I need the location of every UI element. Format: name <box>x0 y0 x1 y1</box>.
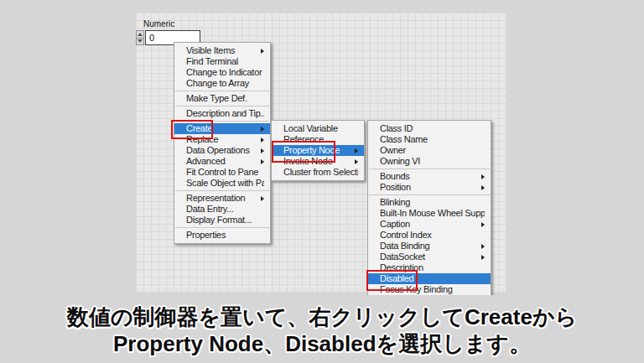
numeric-control-label: Numeric <box>143 19 174 29</box>
submenu-arrow-icon <box>481 255 485 260</box>
menu-item-label: Class Name <box>380 134 485 145</box>
menu-item-label: Visible Items <box>186 45 256 56</box>
menu-item-owner[interactable]: Owner <box>368 145 491 156</box>
submenu-arrow-icon <box>481 185 485 190</box>
menu-item-find-terminal[interactable]: Find Terminal <box>174 56 270 67</box>
menu-item-position[interactable]: Position <box>368 182 491 193</box>
menu-item-label: Scale Object with Pane <box>186 178 264 189</box>
menu-item-label: Display Format... <box>186 215 264 226</box>
menu-item-label: Cluster from Selection <box>283 167 358 178</box>
menu-item-change-to-array[interactable]: Change to Array <box>174 78 270 89</box>
menu-item-bounds[interactable]: Bounds <box>368 171 491 182</box>
menu-item-label: Position <box>380 182 476 193</box>
property-node-submenu-clip: Class IDClass NameOwnerOwning VIBoundsPo… <box>367 120 498 295</box>
menu-item-label: Blinking <box>380 197 485 208</box>
increment-decrement-buttons[interactable] <box>136 30 144 45</box>
menu-item-class-id[interactable]: Class ID <box>368 123 491 134</box>
caption: 数値の制御器を置いて、右クリックしてCreateから Property Node… <box>0 303 644 357</box>
menu-item-label: Change to Indicator <box>186 67 264 78</box>
menu-item-data-entry[interactable]: Data Entry... <box>174 204 270 215</box>
menu-item-data-operations[interactable]: Data Operations <box>174 145 270 156</box>
menu-item-class-name[interactable]: Class Name <box>368 134 491 145</box>
menu-item-label: Local Variable <box>283 123 358 134</box>
caption-line-1: 数値の制御器を置いて、右クリックしてCreateから <box>0 303 644 330</box>
submenu-arrow-icon <box>481 222 485 227</box>
menu-item-label: Control Index <box>380 230 485 241</box>
submenu-arrow-icon <box>261 159 264 164</box>
menu-item-visible-items[interactable]: Visible Items <box>174 45 270 56</box>
submenu-arrow-icon <box>261 49 264 54</box>
menu-item-label: Data Binding <box>380 241 476 252</box>
menu-item-properties[interactable]: Properties <box>174 230 270 241</box>
menu-item-label: Find Terminal <box>186 56 264 67</box>
menu-item-data-binding[interactable]: Data Binding <box>368 241 491 252</box>
menu-item-owning-vi[interactable]: Owning VI <box>368 156 491 167</box>
menu-item-label: Make Type Def. <box>186 93 264 104</box>
menu-separator <box>369 169 490 169</box>
menu-item-control-index[interactable]: Control Index <box>368 230 491 241</box>
submenu-arrow-icon <box>261 148 264 153</box>
property-node-submenu: Class IDClass NameOwnerOwning VIBoundsPo… <box>367 120 491 295</box>
menu-item-cluster-from-selection[interactable]: Cluster from Selection <box>272 167 364 178</box>
menu-item-label: Data Entry... <box>186 204 264 215</box>
menu-item-label: Owner <box>380 145 485 156</box>
menu-separator <box>175 106 269 106</box>
menu-item-caption[interactable]: Caption <box>368 219 491 230</box>
menu-item-label: Data Operations <box>186 145 256 156</box>
submenu-arrow-icon <box>481 174 485 179</box>
menu-item-blinking[interactable]: Blinking <box>368 197 491 208</box>
menu-item-fit-control-to-pane[interactable]: Fit Control to Pane <box>174 167 270 178</box>
submenu-arrow-icon <box>481 244 485 249</box>
menu-item-label: Fit Control to Pane <box>186 167 264 178</box>
menu-item-label: Owning VI <box>380 156 485 167</box>
menu-item-change-to-indicator[interactable]: Change to Indicator <box>174 67 270 78</box>
menu-item-advanced[interactable]: Advanced <box>174 156 270 167</box>
menu-item-representation[interactable]: Representation <box>174 193 270 204</box>
menu-separator <box>175 227 269 228</box>
menu-item-label: Built-In Mouse Wheel Support <box>380 208 485 219</box>
annotation-box-disabled <box>366 270 418 291</box>
screenshot-stage: Numeric 0 Visible ItemsFind TerminalChan… <box>0 0 644 363</box>
menu-item-label: Advanced <box>186 156 256 167</box>
context-menu: Visible ItemsFind TerminalChange to Indi… <box>174 42 271 244</box>
decrement-arrow-icon <box>138 39 143 43</box>
submenu-arrow-icon <box>355 148 358 153</box>
menu-item-label: Class ID <box>380 123 485 134</box>
menu-item-make-type-def[interactable]: Make Type Def. <box>174 93 270 104</box>
menu-item-label: Caption <box>380 219 476 230</box>
submenu-arrow-icon <box>261 137 264 143</box>
menu-separator <box>369 194 490 195</box>
menu-item-scale-object-with-pane[interactable]: Scale Object with Pane <box>174 178 270 189</box>
menu-item-description-and-tip[interactable]: Description and Tip... <box>174 108 270 119</box>
submenu-arrow-icon <box>261 196 264 201</box>
menu-item-label: Properties <box>186 230 264 241</box>
submenu-arrow-icon <box>355 159 358 164</box>
increment-button[interactable] <box>136 30 144 38</box>
increment-arrow-icon <box>138 33 143 36</box>
caption-line-2: Property Node、Disabledを選択します。 <box>0 330 644 357</box>
menu-item-label: Change to Array <box>186 78 264 89</box>
decrement-button[interactable] <box>136 38 144 46</box>
menu-item-display-format[interactable]: Display Format... <box>174 215 270 226</box>
menu-item-built-in-mouse-wheel-support[interactable]: Built-In Mouse Wheel Support <box>368 208 491 219</box>
menu-item-datasocket[interactable]: DataSocket <box>368 252 491 262</box>
menu-separator <box>175 190 269 191</box>
menu-item-label: Bounds <box>380 171 476 182</box>
menu-item-label: DataSocket <box>380 252 476 262</box>
menu-item-local-variable[interactable]: Local Variable <box>272 123 364 134</box>
annotation-box-create <box>171 120 213 139</box>
submenu-arrow-icon <box>261 127 264 132</box>
menu-item-label: Representation <box>186 193 256 204</box>
menu-separator <box>175 91 269 91</box>
menu-item-label: Description and Tip... <box>186 108 264 119</box>
annotation-box-property-node <box>272 141 335 163</box>
